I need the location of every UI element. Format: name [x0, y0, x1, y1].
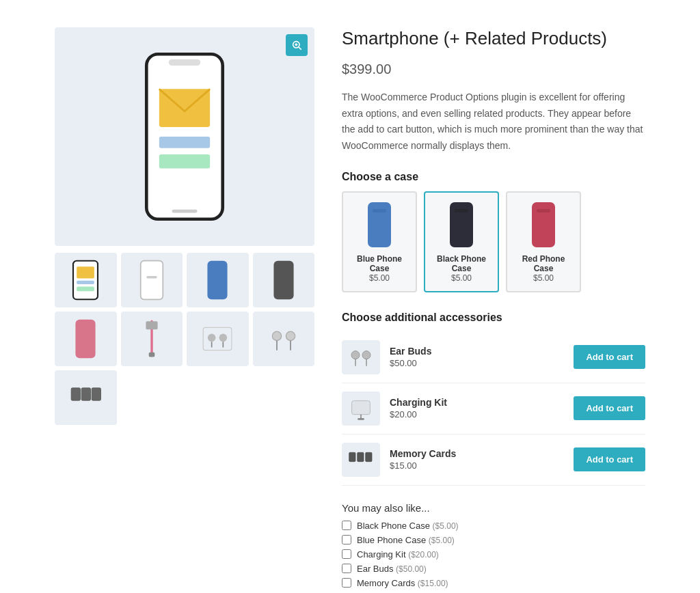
- zoom-button[interactable]: [286, 34, 308, 56]
- label-blue-case[interactable]: Blue Phone Case ($5.00): [357, 535, 455, 545]
- svg-rect-7: [159, 137, 210, 148]
- thumbnail-7[interactable]: [187, 312, 249, 366]
- svg-rect-31: [71, 388, 80, 400]
- svg-rect-36: [450, 202, 473, 247]
- charging-add-to-cart[interactable]: Add to cart: [574, 396, 645, 420]
- svg-rect-8: [159, 154, 210, 168]
- svg-rect-34: [368, 202, 391, 247]
- also-like-charging-kit: Charging Kit ($20.00): [342, 549, 645, 560]
- checkbox-earbuds[interactable]: [342, 564, 351, 573]
- checkbox-memory-cards[interactable]: [342, 578, 351, 588]
- accessory-row-earbuds: Ear Buds $50.00 Add to cart: [342, 332, 645, 383]
- checkbox-charging-kit[interactable]: [342, 549, 351, 559]
- charging-price: $20.00: [390, 409, 564, 419]
- svg-rect-22: [203, 327, 232, 350]
- accessories-label: Choose additional accessories: [342, 312, 645, 324]
- svg-rect-32: [81, 388, 90, 400]
- also-like-memory-cards: Memory Cards ($15.00): [342, 578, 645, 588]
- thumbnail-3[interactable]: [187, 253, 249, 307]
- earbuds-info: Ear Buds $50.00: [390, 346, 564, 368]
- also-like-section: You may also like... Black Phone Case ($…: [342, 502, 645, 588]
- thumbnail-4[interactable]: [253, 253, 315, 307]
- thumbnail-6[interactable]: [121, 312, 183, 366]
- svg-rect-44: [352, 401, 371, 415]
- svg-rect-18: [76, 320, 96, 359]
- thumbnail-1[interactable]: [55, 253, 117, 307]
- right-column: Smartphone (+ Related Products) $399.00 …: [342, 27, 645, 593]
- checkbox-black-case[interactable]: [342, 521, 351, 530]
- label-charging-kit[interactable]: Charging Kit ($20.00): [357, 549, 439, 560]
- black-case-name: Black Phone Case: [435, 254, 488, 273]
- case-option-black[interactable]: Black Phone Case $5.00: [424, 191, 499, 292]
- also-like-black-case: Black Phone Case ($5.00): [342, 521, 645, 531]
- product-description: The WooCommerce Product Options plugin i…: [342, 89, 645, 154]
- label-earbuds[interactable]: Ear Buds ($50.00): [357, 564, 427, 574]
- thumbnail-9[interactable]: [55, 370, 117, 425]
- svg-rect-17: [273, 261, 293, 300]
- thumbnail-8[interactable]: [253, 312, 315, 366]
- case-option-red[interactable]: Red Phone Case $5.00: [506, 191, 581, 292]
- svg-point-40: [351, 351, 360, 359]
- memory-info: Memory Cards $15.00: [390, 448, 564, 471]
- page-container: Smartphone (+ Related Products) $399.00 …: [0, 0, 700, 593]
- charging-thumb: [342, 391, 380, 426]
- svg-point-28: [286, 331, 295, 340]
- earbuds-add-to-cart[interactable]: Add to cart: [574, 345, 645, 369]
- black-case-price: $5.00: [435, 273, 488, 283]
- svg-rect-33: [92, 388, 100, 400]
- left-column: [55, 27, 314, 593]
- svg-rect-49: [366, 452, 372, 461]
- svg-rect-15: [146, 276, 157, 278]
- thumbnail-2[interactable]: [121, 253, 183, 307]
- main-product-image: [55, 27, 314, 246]
- svg-rect-11: [77, 266, 94, 278]
- also-like-blue-case: Blue Phone Case ($5.00): [342, 535, 645, 545]
- svg-rect-12: [77, 281, 94, 284]
- red-case-name: Red Phone Case: [517, 254, 570, 273]
- svg-point-41: [362, 351, 371, 359]
- svg-rect-5: [169, 59, 200, 66]
- also-like-earbuds: Ear Buds ($50.00): [342, 564, 645, 574]
- label-memory-cards[interactable]: Memory Cards ($15.00): [357, 578, 448, 588]
- earbuds-name: Ear Buds: [390, 346, 564, 357]
- memory-add-to-cart[interactable]: Add to cart: [574, 447, 645, 471]
- charging-name: Charging Kit: [390, 397, 564, 408]
- case-section: Choose a case Blue Phone Case $5.00: [342, 171, 645, 292]
- also-like-title: You may also like...: [342, 502, 645, 514]
- svg-rect-21: [148, 353, 154, 357]
- svg-rect-46: [358, 418, 364, 420]
- blue-case-price: $5.00: [353, 273, 406, 283]
- accessories-section: Choose additional accessories Ear Buds $…: [342, 312, 645, 486]
- svg-rect-20: [146, 321, 157, 329]
- thumbnails-grid: [55, 253, 314, 425]
- svg-point-23: [208, 334, 216, 342]
- label-black-case[interactable]: Black Phone Case ($5.00): [357, 521, 459, 531]
- accessory-row-memory: Memory Cards $15.00 Add to cart: [342, 435, 645, 486]
- svg-rect-39: [537, 209, 550, 212]
- svg-rect-48: [358, 452, 364, 461]
- earbuds-price: $50.00: [390, 358, 564, 368]
- case-options: Blue Phone Case $5.00 Black Phone Case $…: [342, 191, 645, 292]
- svg-rect-38: [532, 202, 555, 247]
- svg-rect-35: [373, 209, 386, 212]
- blue-case-name: Blue Phone Case: [353, 254, 406, 273]
- svg-rect-10: [73, 261, 98, 300]
- product-title: Smartphone (+ Related Products): [342, 27, 645, 51]
- svg-rect-47: [349, 452, 355, 461]
- red-case-price: $5.00: [517, 273, 570, 283]
- svg-rect-16: [208, 261, 228, 300]
- svg-rect-13: [77, 286, 94, 291]
- case-option-blue[interactable]: Blue Phone Case $5.00: [342, 191, 417, 292]
- checkbox-blue-case[interactable]: [342, 535, 351, 544]
- svg-rect-37: [455, 209, 468, 212]
- earbuds-thumb: [342, 340, 380, 374]
- memory-name: Memory Cards: [390, 448, 564, 459]
- memory-thumb: [342, 443, 380, 477]
- svg-rect-9: [172, 210, 197, 213]
- thumbnail-5[interactable]: [55, 312, 117, 366]
- charging-info: Charging Kit $20.00: [390, 397, 564, 419]
- product-price: $399.00: [342, 61, 645, 77]
- case-section-label: Choose a case: [342, 171, 645, 183]
- memory-price: $15.00: [390, 460, 564, 471]
- svg-point-27: [272, 331, 281, 340]
